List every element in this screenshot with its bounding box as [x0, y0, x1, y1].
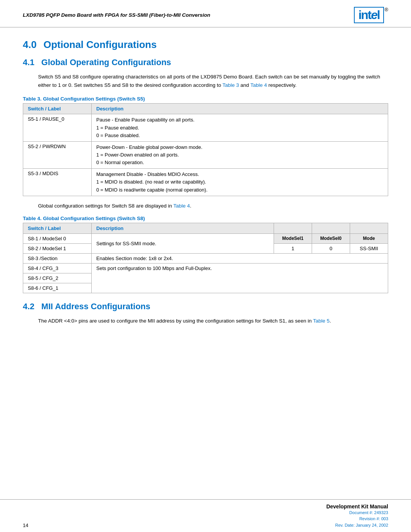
- table4-col3-header: [274, 223, 312, 233]
- table4-row6-label: S8-6 / CFG_1: [23, 283, 92, 293]
- footer-dev-kit: Development Kit Manual: [326, 503, 388, 510]
- table-row: S8-4 / CFG_3 Sets port configuration to …: [23, 263, 388, 273]
- table3-row2-desc: Power-Down - Enable global power-down mo…: [92, 141, 388, 168]
- table4-col5-header: [350, 223, 388, 233]
- page: LXD9785 PQFP Demo Board with FPGA for SS…: [0, 0, 411, 532]
- main-content: 4.0Optional Configurations 4.1Global Ope…: [0, 27, 411, 338]
- table-row: S5-2 / PWRDWN Power-Down - Enable global…: [23, 141, 388, 168]
- page-header: LXD9785 PQFP Demo Board with FPGA for SS…: [0, 0, 411, 27]
- table5-link[interactable]: Table 5: [313, 318, 330, 324]
- table4-row2-c3: 1: [274, 243, 312, 253]
- section-41-title: 4.1Global Operating Configurations: [23, 58, 388, 67]
- table4-row3-desc: Enables Section mode: 1x8 or 2x4.: [92, 253, 388, 263]
- table4-caption: Table 4. Global Configuration Settings (…: [23, 216, 388, 221]
- table3-container: Table 3. Global Configuration Settings (…: [23, 96, 388, 196]
- page-footer: 14 Development Kit Manual Document #: 24…: [0, 499, 411, 532]
- table4-row5-label: S8-5 / CFG_2: [23, 273, 92, 283]
- table3-caption: Table 3. Global Configuration Settings (…: [23, 96, 388, 102]
- table3-link[interactable]: Table 3: [223, 82, 239, 88]
- footer-doc: Document #: 249323 Revision #: 003 Rev. …: [326, 510, 388, 529]
- table3-col1-header: Switch / Label: [23, 104, 92, 114]
- table4-col1-header: Switch / Label: [23, 223, 92, 233]
- table3: Switch / Label Description S5-1 / PAUSE_…: [23, 103, 388, 196]
- table4-row4-label: S8-4 / CFG_3: [23, 263, 92, 273]
- table4-col4-header: [312, 223, 350, 233]
- table3-row1-desc: Pause - Enable Pause capability on all p…: [92, 114, 388, 141]
- table4-col2-header: Description: [92, 223, 274, 233]
- table4: Switch / Label Description S8-1 / ModeSe…: [23, 223, 388, 293]
- table4-row3-label: S8-3 /Section: [23, 253, 92, 263]
- between-tables-text: Global configuration settings for Switch…: [38, 203, 373, 209]
- table-row: S8-3 /Section Enables Section mode: 1x8 …: [23, 253, 388, 263]
- table4-row2-c5: SS-SMII: [350, 243, 388, 253]
- section-42-body: The ADDR <4:0> pins are used to configur…: [38, 317, 373, 325]
- table4-modesel1-header: ModeSel1: [274, 233, 312, 243]
- table4-mode-header: Mode: [350, 233, 388, 243]
- table4-container: Table 4. Global Configuration Settings (…: [23, 216, 388, 293]
- table4-link2[interactable]: Table 4: [173, 203, 190, 209]
- table-row: S8-1 / ModeSel 0 Settings for SS-SMII mo…: [23, 233, 388, 243]
- table3-row3-desc: Management Disable - Disables MDIO Acces…: [92, 169, 388, 196]
- table-row: S5-1 / PAUSE_0 Pause - Enable Pause capa…: [23, 114, 388, 141]
- footer-right: Development Kit Manual Document #: 24932…: [326, 503, 388, 529]
- page-number: 14: [23, 522, 28, 528]
- header-title: LXD9785 PQFP Demo Board with FPGA for SS…: [23, 12, 210, 18]
- table-row: S5-3 / MDDIS Management Disable - Disabl…: [23, 169, 388, 196]
- table3-row3-label: S5-3 / MDDIS: [23, 169, 92, 196]
- table4-row1-desc: Settings for SS-SMII mode.: [92, 233, 274, 253]
- table4-row1-label: S8-1 / ModeSel 0: [23, 233, 92, 243]
- table3-row1-label: S5-1 / PAUSE_0: [23, 114, 92, 141]
- intel-logo: intel ®: [354, 7, 388, 23]
- section-4-title: 4.0Optional Configurations: [23, 39, 388, 51]
- table4-cfg-desc: Sets port configuration to 100 Mbps and …: [92, 263, 388, 293]
- section-42-title: 4.2MII Address Configurations: [23, 302, 388, 312]
- section-41-intro: Switch S5 and S8 configure operating cha…: [38, 73, 388, 89]
- table4-modesel0-header: ModeSel0: [312, 233, 350, 243]
- table4-link[interactable]: Table 4: [250, 82, 267, 88]
- table3-row2-label: S5-2 / PWRDWN: [23, 141, 92, 168]
- table3-col2-header: Description: [92, 104, 388, 114]
- table4-row2-label: S8-2 / ModeSel 1: [23, 243, 92, 253]
- table4-row2-c4: 0: [312, 243, 350, 253]
